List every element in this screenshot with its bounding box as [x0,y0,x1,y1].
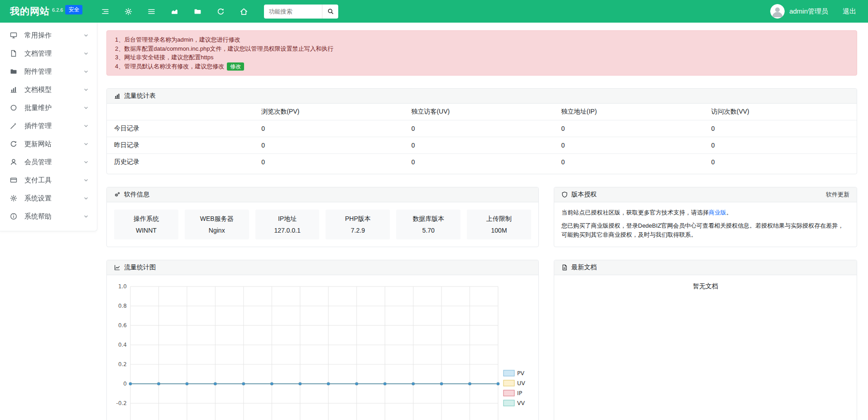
software-info-label: 数据库版本 [398,215,459,223]
chevron-down-icon [83,33,89,38]
traffic-chart: 1.00.80.60.40.20-0.2-0.4PVUVIPVV [114,281,532,420]
license-card: 版本授权 软件更新 当前站点已授权社区版，获取更多官方技术支持，请选择商业版。 … [554,187,857,247]
chevron-down-icon [83,196,89,201]
sidebar-item-5[interactable]: 插件管理 [0,117,97,135]
software-info-item: PHP版本7.2.9 [326,210,390,239]
table-row: 昨日记录0000 [107,137,857,154]
sidebar-item-3[interactable]: 文档模型 [0,81,97,99]
logout-button[interactable]: 退出 [843,7,856,16]
software-info-value: 7.2.9 [327,227,388,234]
table-cell: 0 [557,120,707,137]
svg-text:0.2: 0.2 [118,361,127,368]
svg-text:0.8: 0.8 [118,303,127,309]
license-title: 版本授权 [571,191,597,199]
svg-text:0: 0 [123,381,127,387]
sidebar-item-10[interactable]: 系统帮助 [0,207,97,225]
menu-icon[interactable] [148,8,155,15]
sidebar-item-0[interactable]: 常用操作 [0,26,97,44]
software-info-title: 软件信息 [124,191,149,199]
search-input[interactable] [264,5,322,19]
sidebar-item-label: 文档模型 [24,86,83,94]
table-column-header [107,104,257,120]
alert-line: 3、网址非安全链接，建议您配置https [115,53,849,62]
cogs-icon [114,191,120,198]
chevron-down-icon [83,177,89,183]
sidebar-item-label: 常用操作 [24,31,83,40]
software-info-item: 数据库版本5.70 [396,210,460,239]
chevron-down-icon [83,123,89,129]
card-header: 流量统计图 [107,260,538,275]
brand: 我的网站 6.2.6 安全 [10,5,82,18]
refresh-icon [10,140,17,148]
table-column-header: 浏览次数(PV) [257,104,407,120]
license-paragraph: 当前站点已授权社区版，获取更多官方技术支持，请选择商业版。 [561,208,849,217]
chevron-down-icon [83,51,89,56]
table-row: 今日记录0000 [107,120,857,137]
navbar-user-area: admin管理员 退出 [770,4,856,19]
sidebar-item-label: 会员管理 [24,158,83,167]
sidebar-item-4[interactable]: 批量维护 [0,99,97,117]
software-info-value: WINNT [116,227,177,234]
table-column-header: 访问次数(VV) [707,104,857,120]
sidebar-item-2[interactable]: 附件管理 [0,62,97,81]
sidebar-item-label: 更新网站 [24,140,83,148]
alert-line: 2、数据库配置data/common.inc.php文件，建议您以管理员权限设置… [115,44,849,53]
svg-text:UV: UV [517,380,525,387]
software-info-item: IP地址127.0.0.1 [255,210,320,239]
svg-text:0.4: 0.4 [118,342,127,348]
folder-icon[interactable] [194,8,201,15]
table-cell: 0 [707,120,857,137]
table-row-label: 昨日记录 [107,137,257,154]
security-badge[interactable]: 安全 [65,5,82,14]
traffic-table-card: 流量统计表 浏览次数(PV)独立访客(UV)独立地址(IP)访问次数(VV) 今… [106,88,857,174]
sidebar-item-7[interactable]: 会员管理 [0,153,97,171]
chevron-down-icon [83,214,89,219]
table-row-label: 今日记录 [107,120,257,137]
table-cell: 0 [257,120,407,137]
table-cell: 0 [257,137,407,154]
sidebar-item-label: 批量维护 [24,104,83,112]
software-update-link[interactable]: 软件更新 [826,191,849,199]
desktop-icon [10,32,17,39]
gear-icon [10,195,17,202]
avatar[interactable] [770,4,785,19]
latest-docs-card: 最新文档 暂无文档 [554,260,857,420]
stream-icon[interactable] [101,8,109,15]
sidebar-item-label: 附件管理 [24,67,83,76]
sidebar-item-6[interactable]: 更新网站 [0,135,97,153]
card-header: 版本授权 软件更新 [554,187,857,202]
chevron-down-icon [83,87,89,92]
software-info-value: 5.70 [398,227,459,234]
svg-text:0.6: 0.6 [118,322,127,329]
modify-badge[interactable]: 修改 [227,62,244,71]
table-cell: 0 [407,154,556,172]
software-info-card: 软件信息 操作系统WINNTWEB服务器NginxIP地址127.0.0.1PH… [106,187,539,247]
refresh-icon[interactable] [217,8,225,15]
chart-area-icon[interactable] [171,8,178,15]
software-info-label: PHP版本 [327,215,388,223]
software-info-grid: 操作系统WINNTWEB服务器NginxIP地址127.0.0.1PHP版本7.… [107,202,538,247]
sidebar-item-1[interactable]: 文档管理 [0,44,97,62]
circle-icon [10,104,17,111]
chevron-down-icon [83,105,89,110]
software-info-value: Nginx [187,227,247,234]
table-column-header: 独立地址(IP) [557,104,707,120]
card-header: 流量统计表 [107,89,857,104]
alert-line: 1、后台管理登录名称为admin，建议您进行修改 [115,35,849,44]
home-icon[interactable] [240,8,248,15]
site-title: 我的网站 [10,5,50,18]
folder-icon [10,68,17,75]
software-info-label: WEB服务器 [187,215,247,223]
version-label: 6.2.6 [52,7,63,13]
latest-docs-title: 最新文档 [571,263,597,272]
search-button[interactable] [322,5,338,19]
gear-icon[interactable] [125,8,132,15]
sidebar-item-label: 系统设置 [24,194,83,203]
sidebar-item-8[interactable]: 支付工具 [0,171,97,189]
software-info-item: 上传限制100M [467,210,531,239]
commercial-version-link[interactable]: 商业版 [709,209,726,216]
search-icon [327,8,334,14]
doc-icon [561,264,568,271]
table-header-row: 浏览次数(PV)独立访客(UV)独立地址(IP)访问次数(VV) [107,104,857,120]
sidebar-item-9[interactable]: 系统设置 [0,189,97,207]
